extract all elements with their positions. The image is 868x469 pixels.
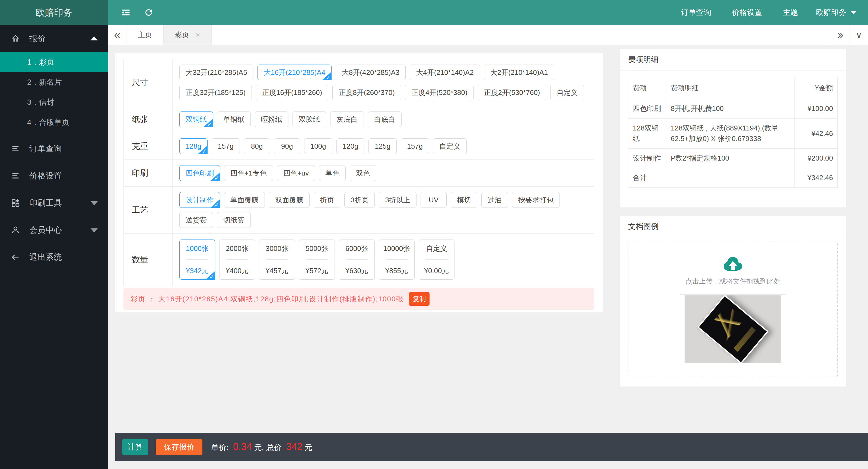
user-icon <box>11 225 20 234</box>
option-button[interactable]: 157g <box>212 138 240 154</box>
sidebar-item[interactable]: 印刷工具 <box>0 189 108 216</box>
option-button[interactable]: 灰底白 <box>330 112 364 127</box>
row-label: 印刷 <box>124 160 173 186</box>
option-button[interactable]: 双面覆膜 <box>269 192 310 208</box>
option-button[interactable]: 3折以上 <box>379 192 416 208</box>
user-menu-label: 欧赔印务 <box>816 7 846 18</box>
quantity-option-button[interactable]: 10000张¥855元 <box>379 240 414 280</box>
table-row: 合计¥342.46 <box>628 168 838 188</box>
option-button[interactable]: 双色 <box>350 165 376 181</box>
chevron-down-icon <box>91 228 98 232</box>
sidebar-subitem[interactable]: 4．合版单页 <box>0 112 108 132</box>
option-button[interactable]: 自定义 <box>550 85 584 100</box>
option-button[interactable]: 设计制作✓ <box>179 192 220 208</box>
quantity-option-button[interactable]: 5000张¥572元 <box>299 240 335 280</box>
option-button[interactable]: 送货费 <box>179 212 213 228</box>
option-button[interactable]: 四色+uv <box>277 165 315 181</box>
option-button[interactable]: 过油 <box>482 192 508 208</box>
option-button[interactable]: 正度4开(520*380) <box>405 85 474 100</box>
quantity-price: ¥855元 <box>382 266 411 276</box>
option-button[interactable]: 单色 <box>319 165 346 181</box>
quantity-option-button[interactable]: 2000张¥400元 <box>219 240 255 280</box>
check-icon: ✓ <box>326 74 331 81</box>
sidebar-subitem[interactable]: 1．彩页 <box>0 52 108 72</box>
row-label: 克重 <box>124 133 173 159</box>
quantity-label: 1000张 <box>183 244 212 253</box>
option-button[interactable]: 哑粉纸 <box>255 112 288 127</box>
form-row: 数量1000张¥342元✓2000张¥400元3000张¥457元5000张¥5… <box>124 233 594 286</box>
option-button[interactable]: 自定义 <box>433 138 467 154</box>
user-menu[interactable]: 欧赔印务 <box>816 7 857 18</box>
fee-detail: 128双铜纸 , 大纸(889X1194),(数量62.5+加放0) X 张价0… <box>666 119 795 149</box>
document-example-title: 文档图例 <box>620 216 846 237</box>
sidebar-item[interactable]: 价格设置 <box>0 162 108 189</box>
fee-detail: P数2*指定规格100 <box>666 149 795 168</box>
tabs-menu-button[interactable]: ∨ <box>849 25 868 45</box>
tabs-scroll-right-button[interactable]: » <box>831 25 849 45</box>
refresh-icon[interactable] <box>144 8 154 18</box>
fee-name: 合计 <box>628 168 666 188</box>
option-button[interactable]: 90g <box>274 138 300 154</box>
tabs-scroll-left-button[interactable]: « <box>108 25 126 45</box>
option-button[interactable]: 大4开(210*140)A2 <box>410 65 480 80</box>
option-button[interactable]: 单铜纸 <box>217 112 251 127</box>
option-button[interactable]: 157g <box>401 138 429 154</box>
option-button[interactable]: 100g <box>304 138 332 154</box>
sidebar-item[interactable]: 会员中心 <box>0 216 108 244</box>
sidebar-subitem[interactable]: 3．信封 <box>0 92 108 112</box>
option-button[interactable]: 双胶纸 <box>292 112 326 127</box>
sidebar-subitem[interactable]: 2．新名片 <box>0 72 108 92</box>
option-button[interactable]: 大16开(210*285)A4✓ <box>257 65 332 80</box>
close-icon[interactable]: × <box>196 31 200 39</box>
topbar-links: 订单查询价格设置主题 <box>671 7 808 18</box>
option-button[interactable]: 模切 <box>451 192 477 208</box>
save-quote-button[interactable]: 保存报价 <box>156 439 203 455</box>
quantity-option-button[interactable]: 6000张¥630元 <box>339 240 375 280</box>
option-button[interactable]: 125g <box>369 138 397 154</box>
option-button[interactable]: 按要求打包 <box>512 192 560 208</box>
option-button[interactable]: 双铜纸✓ <box>179 112 213 127</box>
tab-bar-actions: » ∨ <box>831 25 868 45</box>
topbar-link[interactable]: 主题 <box>783 7 798 18</box>
option-button[interactable]: 四色印刷✓ <box>179 165 220 181</box>
option-button[interactable]: 80g <box>244 138 270 154</box>
option-button[interactable]: 单面覆膜 <box>224 192 265 208</box>
option-button[interactable]: 大32开(210*285)A5 <box>179 65 253 80</box>
quantity-option-button[interactable]: 自定义¥0.00元 <box>419 240 455 280</box>
tab[interactable]: 主页 <box>126 25 164 45</box>
option-button[interactable]: 白底白 <box>368 112 402 127</box>
option-button[interactable]: 大8开(420*285)A3 <box>336 65 406 80</box>
quantity-option-button[interactable]: 3000张¥457元 <box>259 240 295 280</box>
fee-details-body: 费项费项明细¥金额四色印刷8开机,开机费100¥100.00128双铜纸128双… <box>620 70 846 194</box>
copy-button[interactable]: 复制 <box>409 292 430 306</box>
option-button[interactable]: 120g <box>337 138 365 154</box>
upload-dropzone[interactable]: 点击上传，或将文件拖拽到此处 <box>628 243 838 377</box>
row-options: 大32开(210*285)A5大16开(210*285)A4✓大8开(420*2… <box>173 59 594 106</box>
option-button[interactable]: 正度32开(185*125) <box>179 85 252 100</box>
option-button[interactable]: 128g✓ <box>179 138 208 154</box>
quote-summary-bar: 彩页 ： 大16开(210*285)A4;双铜纸;128g;四色印刷;设计制作(… <box>123 288 594 310</box>
collapse-sidebar-icon[interactable] <box>121 8 131 18</box>
option-button[interactable]: 正度2开(530*760) <box>478 85 547 100</box>
topbar-link[interactable]: 价格设置 <box>732 7 762 18</box>
option-button[interactable]: 四色+1专色 <box>224 165 273 181</box>
quantity-price: ¥572元 <box>303 266 331 276</box>
quantity-price: ¥400元 <box>223 266 251 276</box>
option-button[interactable]: UV <box>421 192 446 208</box>
quantity-divider <box>306 259 328 260</box>
tab-bar: « 主页彩页× » ∨ <box>108 25 868 45</box>
topbar-link[interactable]: 订单查询 <box>681 7 711 18</box>
option-button[interactable]: 折页 <box>314 192 340 208</box>
option-button[interactable]: 正度16开(185*260) <box>256 85 328 100</box>
option-button[interactable]: 切纸费 <box>217 212 251 228</box>
quantity-option-button[interactable]: 1000张¥342元✓ <box>179 240 215 280</box>
option-button[interactable]: 大2开(210*140)A1 <box>484 65 554 80</box>
tab[interactable]: 彩页× <box>164 25 212 45</box>
sidebar-item[interactable]: 退出系统 <box>0 244 108 271</box>
sidebar-item[interactable]: 订单查询 <box>0 135 108 162</box>
form-row: 工艺设计制作✓单面覆膜双面覆膜折页3折页3折以上UV模切过油按要求打包送货费切纸… <box>124 187 594 233</box>
sidebar-item-quote[interactable]: 报价 <box>0 25 108 52</box>
option-button[interactable]: 正度8开(260*370) <box>332 85 401 100</box>
option-button[interactable]: 3折页 <box>344 192 375 208</box>
calculate-button[interactable]: 计算 <box>122 439 148 455</box>
